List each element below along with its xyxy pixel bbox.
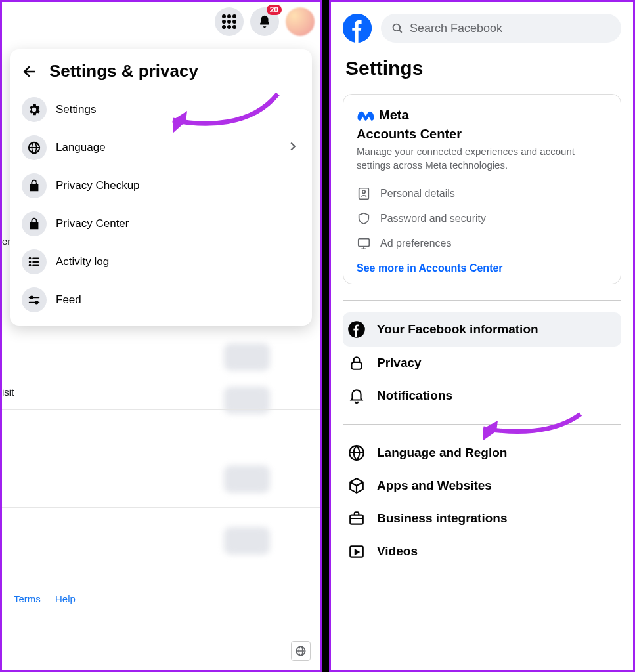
svg-rect-14 xyxy=(359,239,370,247)
notifications-button[interactable]: 20 xyxy=(250,7,279,36)
search-icon xyxy=(391,22,403,34)
section-facebook-info[interactable]: Your Facebook information xyxy=(343,312,621,346)
briefcase-icon xyxy=(348,510,365,527)
blurred-content xyxy=(224,343,270,371)
see-more-link[interactable]: See more in Accounts Center xyxy=(357,256,607,274)
accounts-center-title: Accounts Center xyxy=(357,127,607,142)
notification-badge: 20 xyxy=(267,5,282,15)
terms-link[interactable]: Terms xyxy=(14,593,41,604)
svg-point-1 xyxy=(29,261,32,263)
meta-icon xyxy=(357,109,375,122)
arrow-left-icon xyxy=(22,63,39,80)
bell-icon xyxy=(348,387,365,404)
lock-icon xyxy=(27,217,41,231)
section-label: Your Facebook information xyxy=(377,322,538,337)
section-notifications[interactable]: Notifications xyxy=(343,379,621,412)
right-screenshot: Search Facebook Settings Meta Accounts C… xyxy=(329,0,635,672)
footer-links: Terms Help xyxy=(14,593,87,604)
dropdown-title: Settings & privacy xyxy=(49,61,198,81)
gear-icon xyxy=(27,102,41,117)
row-label: Password and security xyxy=(380,213,486,224)
menu-item-privacy-center[interactable]: Privacy Center xyxy=(16,205,305,243)
lock-icon xyxy=(348,354,365,371)
menu-label: Activity log xyxy=(56,255,109,268)
svg-point-11 xyxy=(393,24,401,32)
ad-preferences-row[interactable]: Ad preferences xyxy=(357,231,607,256)
cube-icon xyxy=(348,477,365,494)
svg-rect-18 xyxy=(350,515,363,524)
shield-icon xyxy=(357,211,371,226)
sliders-icon xyxy=(27,293,41,307)
menu-item-language[interactable]: Language xyxy=(16,129,305,167)
page-title: Settings xyxy=(331,43,633,79)
menu-label: Privacy Center xyxy=(56,217,129,230)
bell-icon xyxy=(257,14,272,29)
search-placeholder: Search Facebook xyxy=(410,22,502,35)
apps-grid-button[interactable] xyxy=(215,7,244,36)
section-label: Language and Region xyxy=(377,446,507,460)
section-videos[interactable]: Videos xyxy=(343,535,621,568)
blurred-content xyxy=(224,387,270,414)
svg-point-9 xyxy=(35,301,38,304)
section-label: Notifications xyxy=(377,388,452,403)
facebook-f-icon xyxy=(343,14,372,43)
svg-point-13 xyxy=(362,190,366,194)
section-label: Business integrations xyxy=(377,511,508,526)
lock-heart-icon xyxy=(27,178,41,193)
list-icon xyxy=(27,255,41,269)
svg-point-2 xyxy=(29,264,32,267)
menu-label: Language xyxy=(56,141,106,154)
meta-brand: Meta xyxy=(357,108,607,123)
globe-icon xyxy=(348,444,365,461)
svg-rect-4 xyxy=(32,261,39,262)
row-label: Ad preferences xyxy=(380,238,452,249)
svg-rect-16 xyxy=(351,362,361,369)
facebook-circle-icon xyxy=(347,320,366,339)
help-link[interactable]: Help xyxy=(55,593,76,604)
svg-point-0 xyxy=(29,257,32,260)
svg-rect-3 xyxy=(32,258,39,259)
menu-label: Privacy Checkup xyxy=(56,179,140,192)
video-icon xyxy=(348,543,365,560)
globe-icon xyxy=(295,645,307,657)
section-label: Privacy xyxy=(377,356,422,370)
section-label: Videos xyxy=(377,544,418,558)
section-apps-websites[interactable]: Apps and Websites xyxy=(343,469,621,502)
menu-item-privacy-checkup[interactable]: Privacy Checkup xyxy=(16,167,305,205)
menu-label: Feed xyxy=(56,293,81,306)
settings-privacy-dropdown: Settings & privacy Settings Language Pri… xyxy=(10,49,312,326)
screen-icon xyxy=(357,236,371,251)
profile-avatar[interactable] xyxy=(286,7,315,36)
section-label: Apps and Websites xyxy=(377,478,492,493)
left-screenshot: 20 er isit Settings & privacy Settings L… xyxy=(0,0,322,672)
grid-icon xyxy=(222,14,236,29)
svg-rect-5 xyxy=(32,265,39,266)
password-security-row[interactable]: Password and security xyxy=(357,206,607,231)
top-icon-bar: 20 xyxy=(215,7,315,36)
meta-brand-text: Meta xyxy=(379,108,409,123)
menu-label: Settings xyxy=(56,103,96,116)
menu-item-settings[interactable]: Settings xyxy=(16,91,305,129)
row-label: Personal details xyxy=(380,188,455,200)
blurred-content xyxy=(224,465,270,493)
chevron-right-icon xyxy=(286,139,300,154)
accounts-center-card: Meta Accounts Center Manage your connect… xyxy=(343,94,621,284)
personal-details-row[interactable]: Personal details xyxy=(357,181,607,206)
id-card-icon xyxy=(357,186,371,201)
section-privacy[interactable]: Privacy xyxy=(343,346,621,379)
svg-point-8 xyxy=(30,296,34,300)
accounts-center-desc: Manage your connected experiences and ac… xyxy=(357,144,607,172)
search-input[interactable]: Search Facebook xyxy=(381,14,621,43)
facebook-logo[interactable] xyxy=(343,14,372,43)
section-language-region[interactable]: Language and Region xyxy=(343,436,621,469)
section-business-integrations[interactable]: Business integrations xyxy=(343,502,621,535)
menu-item-feed[interactable]: Feed xyxy=(16,281,305,319)
blurred-content xyxy=(224,527,270,555)
globe-icon xyxy=(27,140,41,155)
background-text: isit xyxy=(2,387,14,398)
menu-item-activity-log[interactable]: Activity log xyxy=(16,243,305,281)
back-button[interactable] xyxy=(22,63,39,80)
globe-button[interactable] xyxy=(291,641,311,661)
